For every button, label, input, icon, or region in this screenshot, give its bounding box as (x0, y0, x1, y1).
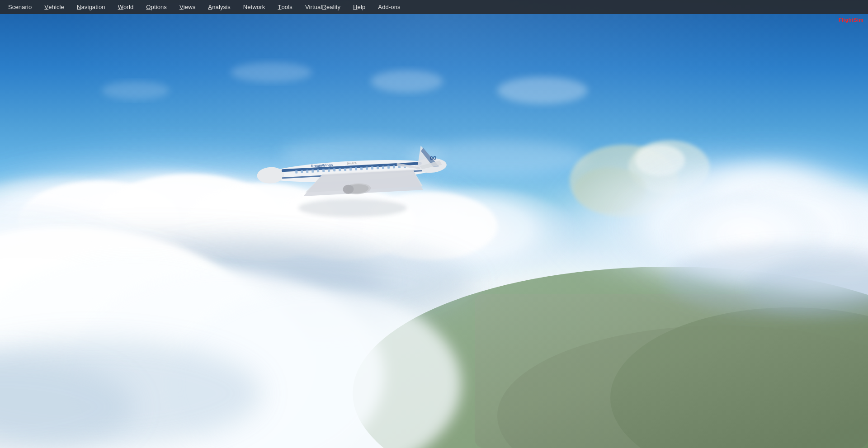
status-text: FlightSim (839, 17, 863, 23)
menu-analysis[interactable]: Analysis (202, 0, 236, 14)
menu-world[interactable]: World (112, 0, 140, 14)
menu-add-ons[interactable]: Add-ons (372, 0, 406, 14)
sky-background (0, 0, 868, 448)
menu-network[interactable]: Network (237, 0, 272, 14)
menu-help[interactable]: Help (347, 0, 372, 14)
menu-virtual-reality[interactable]: Virtual Reality (299, 0, 347, 14)
menu-navigation[interactable]: Navigation (71, 0, 112, 14)
menu-bar: Scenario VVehicleehicle Navigation World… (0, 0, 868, 14)
menu-views[interactable]: Views (173, 0, 202, 14)
menu-scenario[interactable]: Scenario (2, 0, 38, 14)
menu-tools[interactable]: Tools (271, 0, 298, 14)
flight-sim-scene: ∞ DreamWings 9H-AZA Scenario VVehicleehi… (0, 0, 868, 448)
menu-vehicle[interactable]: VVehicleehicle (38, 0, 71, 14)
menu-options[interactable]: Options (140, 0, 173, 14)
